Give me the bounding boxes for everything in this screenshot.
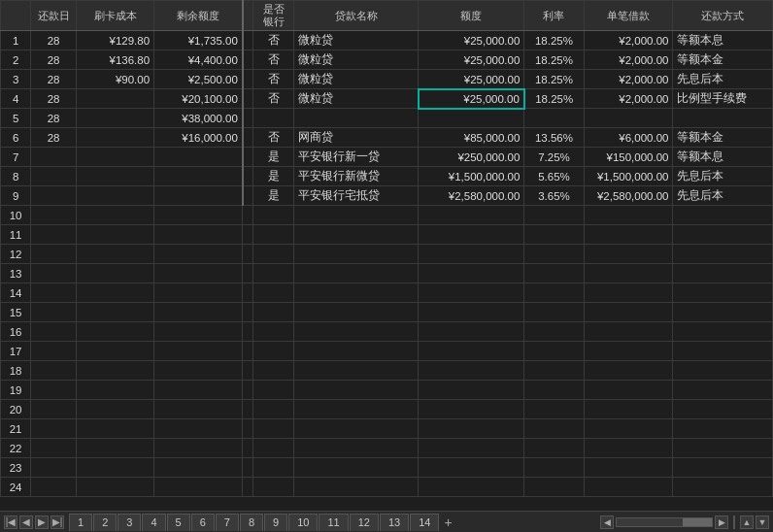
empty-cell[interactable] [154, 206, 243, 225]
scroll-down-btn[interactable]: ▼ [756, 515, 769, 529]
empty-cell[interactable] [419, 361, 524, 381]
empty-cell[interactable] [76, 439, 153, 458]
empty-cell[interactable] [31, 458, 77, 478]
empty-cell[interactable] [252, 206, 293, 225]
empty-cell[interactable] [154, 225, 243, 245]
cell-single[interactable]: ¥2,000.00 [584, 70, 673, 89]
cell-loanname[interactable]: 微粒贷 [294, 70, 419, 89]
empty-cell[interactable] [584, 206, 673, 225]
cell-shifou[interactable]: 否 [252, 70, 293, 89]
empty-cell[interactable] [252, 400, 293, 419]
empty-cell[interactable] [76, 342, 153, 361]
cell-huankuri[interactable] [31, 186, 77, 206]
empty-cell[interactable] [673, 283, 773, 303]
cell-lv[interactable]: 18.25% [524, 70, 584, 89]
empty-cell[interactable] [154, 381, 243, 400]
scrollbar-track[interactable] [616, 517, 713, 527]
empty-cell[interactable] [252, 225, 293, 245]
cell-single[interactable]: ¥2,580,000.00 [584, 186, 673, 206]
cell-shengyu[interactable] [154, 148, 243, 167]
cell-loanname[interactable] [294, 109, 419, 128]
cell-method[interactable] [673, 109, 773, 128]
empty-cell[interactable] [252, 245, 293, 264]
empty-cell[interactable] [154, 264, 243, 283]
row-number[interactable]: 8 [1, 167, 31, 186]
empty-cell[interactable] [294, 458, 419, 478]
empty-cell[interactable] [243, 478, 253, 497]
cell-huankuri[interactable]: 28 [31, 70, 77, 89]
cell-shuaka[interactable] [76, 186, 153, 206]
cell-shifou[interactable] [252, 109, 293, 128]
cell-amount[interactable] [419, 109, 524, 128]
cell-method[interactable]: 等额本息 [673, 31, 773, 50]
empty-cell[interactable] [243, 264, 253, 283]
empty-cell[interactable] [524, 400, 584, 419]
empty-cell[interactable] [294, 478, 419, 497]
empty-cell[interactable] [243, 458, 253, 478]
cell-shuaka[interactable]: ¥129.80 [76, 31, 153, 50]
empty-cell[interactable] [31, 478, 77, 497]
tab-item[interactable]: 2 [93, 514, 117, 531]
empty-cell[interactable] [243, 283, 253, 303]
cell-method[interactable]: 先息后本 [673, 70, 773, 89]
cell-shengyu[interactable]: ¥1,735.00 [154, 31, 243, 50]
scroll-up-btn[interactable]: ▲ [740, 515, 754, 529]
empty-cell[interactable] [252, 283, 293, 303]
cell-shuaka[interactable] [76, 148, 153, 167]
tab-nav-prev[interactable]: ◀ [19, 515, 33, 529]
empty-cell[interactable] [524, 361, 584, 381]
empty-cell[interactable] [31, 361, 77, 381]
cell-method[interactable]: 等额本金 [673, 128, 773, 148]
cell-loanname[interactable]: 微粒贷 [294, 31, 419, 50]
cell-divider[interactable] [243, 109, 253, 128]
empty-cell[interactable] [31, 342, 77, 361]
empty-cell[interactable] [31, 303, 77, 322]
empty-cell[interactable] [294, 439, 419, 458]
cell-shifou[interactable]: 是 [252, 167, 293, 186]
cell-amount[interactable]: ¥25,000.00 [419, 89, 524, 109]
empty-cell[interactable] [243, 439, 253, 458]
empty-cell[interactable] [419, 342, 524, 361]
row-number[interactable]: 2 [1, 50, 31, 70]
cell-method[interactable]: 比例型手续费 [673, 89, 773, 109]
cell-single[interactable]: ¥2,000.00 [584, 89, 673, 109]
empty-cell[interactable] [524, 439, 584, 458]
row-number[interactable]: 14 [1, 283, 31, 303]
empty-cell[interactable] [252, 322, 293, 342]
empty-cell[interactable] [294, 322, 419, 342]
cell-loanname[interactable]: 微粒贷 [294, 89, 419, 109]
tab-item[interactable]: 6 [191, 514, 215, 531]
empty-cell[interactable] [294, 342, 419, 361]
cell-divider[interactable] [243, 167, 253, 186]
cell-divider[interactable] [243, 128, 253, 148]
cell-method[interactable]: 先息后本 [673, 186, 773, 206]
empty-cell[interactable] [76, 303, 153, 322]
empty-cell[interactable] [76, 381, 153, 400]
empty-cell[interactable] [31, 264, 77, 283]
empty-cell[interactable] [524, 478, 584, 497]
row-number[interactable]: 22 [1, 439, 31, 458]
empty-cell[interactable] [154, 478, 243, 497]
empty-cell[interactable] [154, 400, 243, 419]
empty-cell[interactable] [419, 245, 524, 264]
cell-amount[interactable]: ¥25,000.00 [419, 70, 524, 89]
empty-cell[interactable] [76, 419, 153, 439]
empty-cell[interactable] [76, 283, 153, 303]
cell-shengyu[interactable]: ¥2,500.00 [154, 70, 243, 89]
cell-amount[interactable]: ¥250,000.00 [419, 148, 524, 167]
row-number[interactable]: 7 [1, 148, 31, 167]
empty-cell[interactable] [76, 478, 153, 497]
empty-cell[interactable] [419, 458, 524, 478]
empty-cell[interactable] [673, 400, 773, 419]
cell-shengyu[interactable]: ¥20,100.00 [154, 89, 243, 109]
empty-cell[interactable] [31, 225, 77, 245]
empty-cell[interactable] [31, 381, 77, 400]
cell-loanname[interactable]: 网商贷 [294, 128, 419, 148]
empty-cell[interactable] [584, 283, 673, 303]
empty-cell[interactable] [294, 400, 419, 419]
empty-cell[interactable] [673, 419, 773, 439]
empty-cell[interactable] [243, 400, 253, 419]
cell-huankuri[interactable]: 28 [31, 50, 77, 70]
empty-cell[interactable] [31, 283, 77, 303]
empty-cell[interactable] [524, 381, 584, 400]
